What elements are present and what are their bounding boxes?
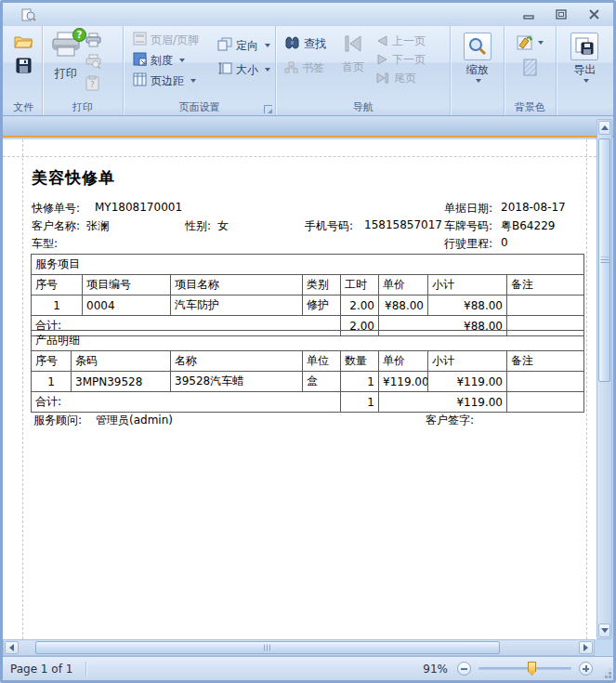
ribbon: 文件 ? 打印 ? 打印 xyxy=(3,26,613,116)
zoom-percent-text: 91% xyxy=(423,663,448,676)
export-button[interactable]: 导出 xyxy=(567,33,602,100)
ribbon-group-print: ? 打印 ? 打印 xyxy=(43,26,124,115)
scroll-right-button[interactable] xyxy=(579,641,593,654)
service-band: 服务项目 xyxy=(32,255,584,275)
find-button[interactable]: 查找 xyxy=(280,35,331,52)
orientation-icon xyxy=(217,37,232,55)
scroll-up-button[interactable] xyxy=(598,121,610,135)
order-no-value: MY1808170001 xyxy=(95,201,182,214)
zoom-out-button[interactable] xyxy=(457,662,471,676)
ribbon-group-zoom: 缩放 xyxy=(451,26,505,115)
advisor-value: 管理员(admin) xyxy=(96,413,173,428)
first-page-button[interactable]: 首页 xyxy=(331,30,372,100)
print-button[interactable]: ? 打印 xyxy=(46,31,85,100)
orientation-button[interactable]: 定向 xyxy=(213,37,275,54)
advisor-label: 服务顾问: xyxy=(33,413,82,428)
page-count-text: Page 1 of 1 xyxy=(10,663,72,676)
title-bar xyxy=(3,3,613,26)
mileage-label: 行驶里程: xyxy=(444,236,492,252)
last-page-button[interactable]: 尾页 xyxy=(372,70,430,87)
status-separator xyxy=(85,662,86,676)
next-page-icon xyxy=(376,51,388,69)
service-data-row: 1 0004 汽车防护 修护 2.00 ¥88.00 ¥88.00 xyxy=(32,296,584,316)
scale-button[interactable]: 刻度 xyxy=(128,50,203,71)
scroll-down-button[interactable] xyxy=(598,624,610,637)
gender-value: 女 xyxy=(217,218,229,234)
zoom-magnifier-icon xyxy=(464,33,491,60)
resize-grip[interactable] xyxy=(609,676,611,678)
status-bar: Page 1 of 1 91% xyxy=(3,656,613,680)
binoculars-icon xyxy=(284,35,300,53)
product-total-row: 合计: 1 ¥119.00 xyxy=(32,392,584,413)
product-data-row: 1 3MPN39528 39528汽车蜡 盒 1 ¥119.00 ¥119.00 xyxy=(32,372,584,392)
mileage-value: 0 xyxy=(501,236,508,249)
report-title: 美容快修单 xyxy=(32,167,115,189)
group-caption-file: 文件 xyxy=(6,100,42,115)
first-page-icon xyxy=(343,33,363,58)
prev-page-button[interactable]: 上一页 xyxy=(372,33,430,50)
save-button[interactable] xyxy=(16,58,32,77)
date-label: 单据日期: xyxy=(444,201,492,217)
group-caption-background: 背景色 xyxy=(505,100,556,115)
report-page: 美容快修单 快修单号: MY1808170001 单据日期: 2018-08-1… xyxy=(3,139,596,639)
size-icon xyxy=(217,61,232,79)
zoom-button[interactable]: 缩放 xyxy=(460,33,495,100)
zoom-slider-thumb[interactable] xyxy=(528,662,536,676)
svg-text:?: ? xyxy=(90,80,95,89)
model-label: 车型: xyxy=(32,236,58,252)
customer-label: 客户名称: xyxy=(32,218,80,234)
open-file-button[interactable] xyxy=(14,33,33,52)
margins-button[interactable]: 页边距 xyxy=(128,71,203,91)
group-caption-page-setup: 页面设置 xyxy=(124,100,275,115)
signature-label: 客户签字: xyxy=(426,413,474,428)
scale-icon xyxy=(133,52,147,70)
print-dialog-button[interactable] xyxy=(85,54,101,72)
svg-text:?: ? xyxy=(76,30,82,40)
horizontal-scrollbar[interactable] xyxy=(3,639,595,656)
minimize-button[interactable] xyxy=(523,7,535,19)
header-footer-icon xyxy=(133,32,147,49)
quick-print-button[interactable] xyxy=(85,33,101,51)
header-footer-button[interactable]: 页眉/页脚 xyxy=(128,30,203,50)
page-color-button[interactable] xyxy=(516,34,544,51)
plate-value: 粤B64229 xyxy=(501,218,555,234)
horizontal-scroll-thumb[interactable] xyxy=(35,641,500,654)
page-setup-dialog-launcher[interactable] xyxy=(264,105,272,113)
ribbon-group-navigation: 查找 书签 首页 上一页 xyxy=(276,26,451,115)
print-button-label: 打印 xyxy=(55,66,77,82)
preview-top-strip xyxy=(3,117,613,138)
customer-value: 张澜 xyxy=(86,218,109,234)
group-caption-zoom xyxy=(451,100,504,115)
bookmark-button[interactable]: 书签 xyxy=(280,59,331,76)
product-band: 产品明细 xyxy=(32,331,584,351)
order-no-label: 快修单号: xyxy=(32,201,80,217)
print-preview-window: 文件 ? 打印 ? 打印 xyxy=(0,0,616,683)
date-value: 2018-08-17 xyxy=(501,201,566,214)
bookmark-tree-icon xyxy=(284,59,298,77)
close-button[interactable] xyxy=(588,7,600,19)
zoom-in-button[interactable] xyxy=(579,662,593,676)
product-header-row: 序号 条码 名称 单位 数量 单价 小计 备注 xyxy=(32,351,584,372)
ribbon-group-file: 文件 xyxy=(6,26,43,115)
service-header-row: 序号 项目编号 项目名称 类别 工时 单价 小计 备注 xyxy=(32,275,584,296)
next-page-button[interactable]: 下一页 xyxy=(372,51,430,69)
group-caption-print: 打印 xyxy=(43,100,123,115)
print-options-button[interactable]: ? xyxy=(85,75,101,95)
phone-label: 手机号码: xyxy=(305,218,353,234)
maximize-button[interactable] xyxy=(556,7,568,19)
last-page-icon xyxy=(376,70,390,87)
size-button[interactable]: 大小 xyxy=(213,61,275,78)
product-table: 产品明细 序号 条码 名称 单位 数量 单价 小计 备注 1 3MPN39528… xyxy=(31,330,584,413)
vertical-scrollbar[interactable] xyxy=(596,119,612,639)
vertical-scroll-thumb[interactable] xyxy=(598,138,610,382)
plate-label: 车牌号码: xyxy=(444,218,492,234)
gender-label: 性别: xyxy=(185,218,211,234)
ribbon-group-background: 背景色 xyxy=(505,26,557,115)
group-caption-navigation: 导航 xyxy=(276,100,450,115)
scroll-left-button[interactable] xyxy=(5,641,19,654)
ribbon-group-export: 导出 xyxy=(557,26,614,115)
ribbon-group-page-setup: 页眉/页脚 刻度 页边距 定向 xyxy=(124,26,276,115)
zoom-slider[interactable] xyxy=(478,667,571,670)
watermark-button[interactable] xyxy=(523,59,537,80)
phone-value: 15815857017 xyxy=(364,218,442,231)
